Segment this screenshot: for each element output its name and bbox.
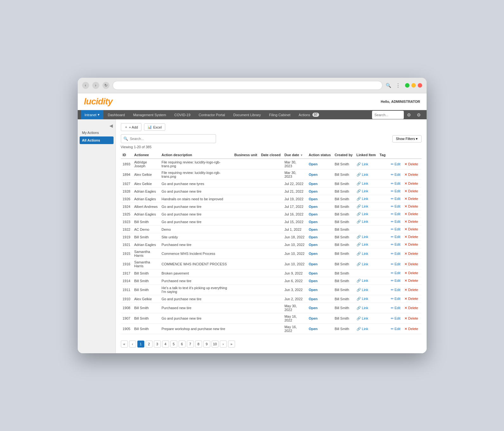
pagination-page-4[interactable]: 4 <box>162 341 169 348</box>
edit-button[interactable]: ✏ Edit <box>389 235 402 239</box>
edit-button[interactable]: ✏ Edit <box>389 219 402 224</box>
refresh-button[interactable]: ↻ <box>102 82 109 89</box>
cell-linked-item[interactable]: 🔗 Link <box>355 210 378 218</box>
delete-button[interactable]: ✕ Delete <box>403 262 420 267</box>
table-search-input[interactable] <box>121 134 216 143</box>
cell-actionee: Bill Smith <box>132 303 160 313</box>
cell-linked-item[interactable]: 🔗 Link <box>355 277 378 285</box>
cell-business-unit <box>232 313 259 324</box>
delete-button[interactable]: ✕ Delete <box>403 271 420 275</box>
cell-linked-item[interactable]: 🔗 Link <box>355 313 378 324</box>
delete-button[interactable]: ✕ Delete <box>403 219 420 224</box>
delete-button[interactable]: ✕ Delete <box>403 162 420 167</box>
pagination-page-10[interactable]: 10 <box>212 341 219 348</box>
pagination-last[interactable]: » <box>228 341 235 348</box>
nav-item-filing[interactable]: Filing Cabinet <box>265 110 294 119</box>
edit-button[interactable]: ✏ Edit <box>389 271 402 275</box>
cell-linked-item[interactable]: 🔗 Link <box>355 324 378 334</box>
delete-button[interactable]: ✕ Delete <box>403 196 420 201</box>
delete-button[interactable]: ✕ Delete <box>403 235 420 239</box>
sidebar-item-all-actions[interactable]: All Actions <box>80 136 114 144</box>
cell-linked-item[interactable]: 🔗 Link <box>355 169 378 180</box>
cell-linked-item[interactable]: 🔗 Link <box>355 303 378 313</box>
cell-linked-item[interactable]: 🔗 Link <box>355 195 378 203</box>
edit-button[interactable]: ✏ Edit <box>389 327 402 331</box>
pagination-page-9[interactable]: 9 <box>203 341 210 348</box>
edit-button[interactable]: ✏ Edit <box>389 288 402 292</box>
pagination-page-5[interactable]: 5 <box>170 341 177 348</box>
delete-button[interactable]: ✕ Delete <box>403 306 420 310</box>
delete-button[interactable]: ✕ Delete <box>403 189 420 194</box>
pagination-page-3[interactable]: 3 <box>154 341 161 348</box>
cell-linked-item[interactable]: 🔗 Link <box>355 285 378 295</box>
cell-linked-item[interactable]: 🔗 Link <box>355 203 378 210</box>
pagination-first[interactable]: « <box>121 341 128 348</box>
pagination-prev[interactable]: ‹ <box>129 341 136 348</box>
edit-button[interactable]: ✏ Edit <box>389 172 402 177</box>
edit-button[interactable]: ✏ Edit <box>389 212 402 216</box>
nav-item-dashboard[interactable]: Dashboard <box>104 110 129 119</box>
edit-button[interactable]: ✏ Edit <box>389 262 402 267</box>
nav-item-covid[interactable]: COVID-19 <box>171 110 194 119</box>
edit-button[interactable]: ✏ Edit <box>389 278 402 283</box>
cell-linked-item[interactable]: 🔗 Link <box>355 180 378 188</box>
edit-button[interactable]: ✏ Edit <box>389 162 402 167</box>
browser-more-icon[interactable]: ⋮ <box>396 83 401 89</box>
nav-item-actions[interactable]: Actions 97 <box>295 110 323 119</box>
delete-button[interactable]: ✕ Delete <box>403 212 420 216</box>
edit-button[interactable]: ✏ Edit <box>389 227 402 232</box>
col-due-date[interactable]: Due date ▼ <box>283 151 307 159</box>
delete-button[interactable]: ✕ Delete <box>403 278 420 283</box>
address-bar[interactable] <box>113 81 383 90</box>
cell-linked-item[interactable]: 🔗 Link <box>355 295 378 303</box>
show-filters-button[interactable]: Show Filters ▾ <box>392 135 422 143</box>
cell-linked-item[interactable]: 🔗 Link <box>355 233 378 241</box>
pagination-page-6[interactable]: 6 <box>179 341 186 348</box>
edit-button[interactable]: ✏ Edit <box>389 306 402 310</box>
delete-button[interactable]: ✕ Delete <box>403 227 420 232</box>
cell-linked-item[interactable]: 🔗 Link <box>355 249 378 259</box>
delete-button[interactable]: ✕ Delete <box>403 242 420 247</box>
forward-button[interactable]: › <box>92 82 99 89</box>
edit-button[interactable]: ✏ Edit <box>389 251 402 256</box>
cell-description: Handrails on stairs need to be improved <box>160 195 232 203</box>
delete-button[interactable]: ✕ Delete <box>403 288 420 292</box>
edit-button[interactable]: ✏ Edit <box>389 196 402 201</box>
sidebar-item-my-actions[interactable]: My Actions <box>78 129 115 136</box>
pagination-page-8[interactable]: 8 <box>195 341 202 348</box>
edit-button[interactable]: ✏ Edit <box>389 242 402 247</box>
edit-button[interactable]: ✏ Edit <box>389 296 402 301</box>
edit-button[interactable]: ✏ Edit <box>389 189 402 194</box>
delete-button[interactable]: ✕ Delete <box>403 251 420 256</box>
cell-linked-item[interactable]: 🔗 Link <box>355 218 378 226</box>
nav-item-contractor[interactable]: Contractor Portal <box>195 110 229 119</box>
add-button[interactable]: ＋ + Add <box>121 123 141 131</box>
nav-item-document[interactable]: Document Library <box>229 110 265 119</box>
edit-button[interactable]: ✏ Edit <box>389 181 402 186</box>
delete-button[interactable]: ✕ Delete <box>403 181 420 186</box>
nav-gear-icon[interactable]: ⚙ <box>404 110 414 119</box>
pagination-page-7[interactable]: 7 <box>187 341 194 348</box>
edit-button[interactable]: ✏ Edit <box>389 316 402 321</box>
back-button[interactable]: ‹ <box>82 82 89 89</box>
nav-item-intranet[interactable]: Intranet ▾ <box>81 110 103 119</box>
delete-button[interactable]: ✕ Delete <box>403 296 420 301</box>
sidebar-toggle[interactable]: ◀ <box>78 123 115 129</box>
nav-search-input[interactable] <box>372 111 404 119</box>
cell-linked-item[interactable]: 🔗 Link <box>355 188 378 195</box>
cell-actionee: Bill Smith <box>132 218 160 226</box>
nav-item-management[interactable]: Management System <box>129 110 170 119</box>
cell-linked-item[interactable]: 🔗 Link <box>355 259 378 269</box>
pagination-page-2[interactable]: 2 <box>146 341 153 348</box>
delete-button[interactable]: ✕ Delete <box>403 327 420 331</box>
cell-linked-item[interactable]: 🔗 Link <box>355 241 378 249</box>
cell-linked-item[interactable]: 🔗 Link <box>355 159 378 169</box>
nav-dots-icon[interactable]: ⚙ <box>414 110 423 119</box>
pagination-next[interactable]: › <box>220 341 227 348</box>
excel-button[interactable]: 📊 Excel <box>144 123 165 131</box>
delete-button[interactable]: ✕ Delete <box>403 204 420 209</box>
delete-button[interactable]: ✕ Delete <box>403 172 420 177</box>
edit-button[interactable]: ✏ Edit <box>389 204 402 209</box>
delete-button[interactable]: ✕ Delete <box>403 316 420 321</box>
pagination-page-1[interactable]: 1 <box>137 341 144 348</box>
